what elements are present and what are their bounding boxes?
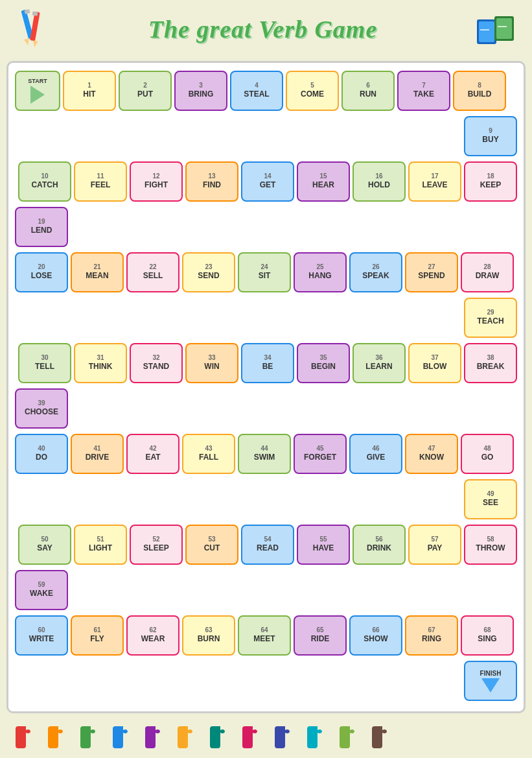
game-title: The great Verb Game <box>148 15 378 43</box>
cell-64[interactable]: 64MEET <box>238 615 291 656</box>
svg-rect-9 <box>496 18 512 39</box>
cell-61[interactable]: 61FLY <box>71 615 124 656</box>
cell-50[interactable]: 50SAY <box>18 525 71 565</box>
cell-20[interactable]: 20LOSE <box>15 252 68 292</box>
cell-41[interactable]: 41DRIVE <box>71 434 124 474</box>
cell-21[interactable]: 21MEAN <box>71 252 124 292</box>
board-row-6b: 59WAKE <box>14 569 518 611</box>
cell-60[interactable]: 60WRITE <box>15 615 68 656</box>
cell-51[interactable]: 51LIGHT <box>74 525 127 565</box>
cell-44[interactable]: 44SWIM <box>238 434 291 474</box>
cell-40[interactable]: 40DO <box>15 434 68 474</box>
cell-46[interactable]: 46GIVE <box>349 434 402 474</box>
puzzle-12 <box>369 724 398 748</box>
cell-36[interactable]: 36LEARN <box>353 343 406 383</box>
cell-22[interactable]: 22SELL <box>126 252 179 292</box>
cell-53[interactable]: 53CUT <box>185 525 238 565</box>
cell-37[interactable]: 37BLOW <box>408 343 461 383</box>
cell-58[interactable]: 58THROW <box>464 525 517 565</box>
cell-35[interactable]: 35BEGIN <box>297 343 350 383</box>
header: The great Verb Game <box>6 6 526 52</box>
cell-49[interactable]: 49SEE <box>464 479 517 519</box>
cell-2[interactable]: 2PUT <box>119 71 172 111</box>
finish-cell: FINISH <box>464 661 517 701</box>
board-row-finish: FINISH <box>14 659 518 702</box>
cell-7[interactable]: 7TAKE <box>397 71 450 111</box>
cell-59[interactable]: 59WAKE <box>15 570 68 610</box>
cell-66[interactable]: 66SHOW <box>349 615 402 656</box>
cell-67[interactable]: 67RING <box>405 615 458 656</box>
start-arrow <box>30 86 45 104</box>
cell-29[interactable]: 29TEACH <box>464 298 517 338</box>
cell-16[interactable]: 16HOLD <box>353 161 406 202</box>
cell-65[interactable]: 65RIDE <box>294 615 347 656</box>
puzzles-row <box>6 720 526 752</box>
cell-39[interactable]: 39CHOOSE <box>15 388 68 429</box>
cell-1[interactable]: 1HIT <box>63 71 116 111</box>
cell-13[interactable]: 13FIND <box>185 161 238 202</box>
board-row-7: 60WRITE 61FLY 62WEAR 63BURN 64MEET 65RID… <box>14 614 518 657</box>
cell-54[interactable]: 54READ <box>241 525 294 565</box>
cell-47[interactable]: 47KNOW <box>405 434 458 474</box>
cell-5[interactable]: 5COME <box>286 71 339 111</box>
cell-4[interactable]: 4STEAL <box>230 71 283 111</box>
cell-15[interactable]: 15HEAR <box>297 161 350 202</box>
cell-34[interactable]: 34BE <box>241 343 294 383</box>
puzzle-2 <box>45 724 74 748</box>
svg-marker-1 <box>24 38 30 46</box>
cell-32[interactable]: 32STAND <box>130 343 183 383</box>
books-icon <box>474 10 519 49</box>
puzzle-4 <box>110 724 139 748</box>
game-board: START 1HIT 2PUT 3BRING 4STEAL 5COME 6RUN… <box>6 61 526 713</box>
cell-43[interactable]: 43FALL <box>182 434 235 474</box>
cell-17[interactable]: 17LEAVE <box>408 161 461 202</box>
cell-30[interactable]: 30TELL <box>18 343 71 383</box>
puzzle-5 <box>143 724 171 748</box>
cell-23[interactable]: 23SEND <box>182 252 235 292</box>
board-row-5: 40DO 41DRIVE 42EAT 43FALL 44SWIM 45FORGE… <box>14 432 518 475</box>
cell-56[interactable]: 56DRINK <box>353 525 406 565</box>
cell-26[interactable]: 26SPEAK <box>349 252 402 292</box>
cell-63[interactable]: 63BURN <box>182 615 235 656</box>
cell-6[interactable]: 6RUN <box>341 71 395 111</box>
cell-25[interactable]: 25HANG <box>294 252 347 292</box>
cell-14[interactable]: 14GET <box>241 161 294 202</box>
cell-28[interactable]: 28DRAW <box>461 252 514 292</box>
cell-68[interactable]: 68SING <box>461 615 514 656</box>
svg-rect-11 <box>498 26 507 27</box>
svg-rect-3 <box>30 12 40 41</box>
cell-18[interactable]: 18KEEP <box>464 161 517 202</box>
board-row-3: 20LOSE 21MEAN 22SELL 23SEND 24SIT 25HANG… <box>14 251 518 294</box>
puzzle-9 <box>272 724 301 748</box>
finish-arrow <box>481 678 500 693</box>
cell-52[interactable]: 52SLEEP <box>130 525 183 565</box>
board-row-5b: 49SEE <box>14 478 518 521</box>
cell-42[interactable]: 42EAT <box>126 434 179 474</box>
puzzle-3 <box>78 724 106 748</box>
cell-33[interactable]: 33WIN <box>185 343 238 383</box>
cell-48[interactable]: 48GO <box>461 434 514 474</box>
cell-62[interactable]: 62WEAR <box>126 615 179 656</box>
board-row-4b: 39CHOOSE <box>14 387 518 430</box>
cell-11[interactable]: 11FEEL <box>74 161 127 202</box>
cell-38[interactable]: 38BREAK <box>464 343 517 383</box>
cell-10[interactable]: 10CATCH <box>18 161 71 202</box>
cell-24[interactable]: 24SIT <box>238 252 291 292</box>
board-row-6: 58THROW 57PAY 56DRINK 55HAVE 54READ 53CU… <box>14 523 518 566</box>
cell-55[interactable]: 55HAVE <box>297 525 350 565</box>
cell-19[interactable]: 19LEND <box>15 207 68 247</box>
svg-rect-10 <box>480 29 489 30</box>
board-row-3b: 29TEACH <box>14 296 518 339</box>
cell-3[interactable]: 3BRING <box>174 71 227 111</box>
puzzle-7 <box>207 724 236 748</box>
cell-12[interactable]: 12FIGHT <box>130 161 183 202</box>
board-row-1b: 9BUY <box>14 115 518 158</box>
cell-9[interactable]: 9BUY <box>464 116 517 156</box>
svg-marker-4 <box>32 40 38 47</box>
cell-27[interactable]: 27SPEND <box>405 252 458 292</box>
cell-45[interactable]: 45FORGET <box>294 434 347 474</box>
board-row-4: 38BREAK 37BLOW 36LEARN 35BEGIN 34BE 33WI… <box>14 342 518 385</box>
cell-31[interactable]: 31THINK <box>74 343 127 383</box>
cell-8[interactable]: 8BUILD <box>453 71 506 111</box>
cell-57[interactable]: 57PAY <box>408 525 461 565</box>
